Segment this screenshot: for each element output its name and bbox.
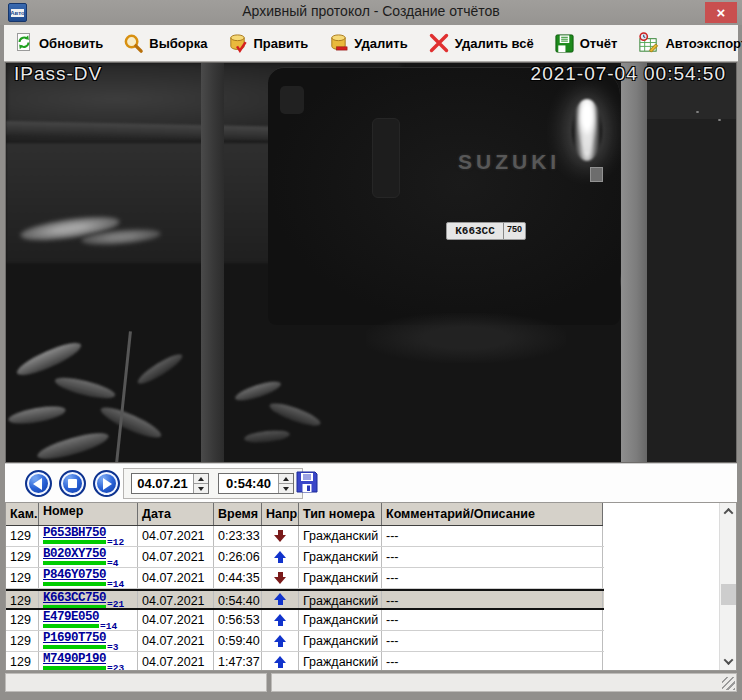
cell-plate: P846Y0750 =14 [39, 568, 138, 588]
table-row[interactable]: 129 M7490P190 =23 04.07.2021 1:47:37 Гра… [6, 652, 604, 670]
direction-arrow-icon [274, 530, 287, 543]
refresh-button[interactable]: Обновить [4, 25, 113, 61]
toolbar: Обновить Выборка Править Удалить [4, 25, 738, 62]
vehicle: SUZUKI К663СС 750 [268, 67, 620, 325]
cell-plate: M7490P190 =23 [39, 652, 138, 670]
stop-button[interactable] [59, 470, 86, 497]
report-button[interactable]: Отчёт [544, 25, 628, 61]
date-spin-down[interactable] [194, 483, 208, 493]
date-spinner[interactable]: 04.07.21 [131, 473, 209, 494]
cell-camera: 129 [6, 526, 39, 546]
column-header-plate[interactable]: Номер [39, 503, 138, 525]
scroll-down-button[interactable] [720, 653, 737, 670]
direction-arrow-icon [274, 656, 287, 669]
plate-pass-count: =21 [107, 599, 124, 608]
table-row[interactable]: 129 E479E050 =14 04.07.2021 0:56:53 Граж… [6, 610, 604, 631]
database-delete-icon [328, 33, 349, 54]
camera-video-frame: SUZUKI К663СС 750 IPass-DV 2021-07-04 00… [5, 62, 737, 463]
table-row[interactable]: 129 P846Y0750 =14 04.07.2021 0:44:35 Гра… [6, 568, 604, 589]
cell-comment: --- [382, 591, 603, 608]
plate-link[interactable]: K663CC750 [43, 592, 106, 604]
cell-camera: 129 [6, 591, 39, 608]
autoexport-button[interactable]: Автоэкспорт [627, 25, 742, 61]
vertical-scrollbar[interactable] [719, 503, 736, 670]
vehicle-brand-text: SUZUKI [458, 150, 560, 174]
cell-date: 04.07.2021 [138, 610, 214, 630]
plate-link[interactable]: P846Y0750 [43, 569, 106, 581]
plate-link[interactable]: P1690T750 [43, 632, 106, 644]
plate-pass-count: =23 [107, 663, 124, 670]
cell-date: 04.07.2021 [138, 652, 214, 670]
plate-pass-count: =14 [107, 579, 124, 588]
resize-grip[interactable] [722, 677, 735, 690]
cell-plate: E479E050 =14 [39, 610, 138, 630]
save-frame-button[interactable] [293, 470, 320, 497]
cell-comment: --- [382, 631, 603, 651]
delete-button[interactable]: Удалить [318, 25, 417, 61]
play-icon [103, 478, 112, 490]
table-body: 129 P653BH750 =12 04.07.2021 0:23:33 Гра… [6, 526, 606, 670]
table-row[interactable]: 129 K663CC750 =21 04.07.2021 0:54:40 Гра… [6, 589, 604, 610]
plate-link[interactable]: B020XY750 [43, 548, 106, 560]
cell-date: 04.07.2021 [138, 631, 214, 651]
step-back-button[interactable] [25, 470, 52, 497]
autoexport-label: Автоэкспорт [665, 36, 742, 51]
direction-arrow-icon [274, 635, 287, 648]
column-header-date[interactable]: Дата [138, 503, 214, 525]
column-header-camera[interactable]: Кам. [6, 503, 39, 525]
table-row[interactable]: 129 P653BH750 =12 04.07.2021 0:23:33 Гра… [6, 526, 604, 547]
app-window: Авто Архивный протокол - Создание отчёто… [0, 0, 742, 700]
stop-icon [68, 479, 77, 488]
back-icon [33, 478, 42, 490]
cell-plate: B020XY750 =4 [39, 547, 138, 567]
cell-camera: 129 [6, 547, 39, 567]
time-spin-down[interactable] [279, 483, 293, 493]
plate-link[interactable]: E479E050 [43, 611, 99, 623]
video-pole-light [621, 63, 647, 463]
video-streetlight-glare [572, 99, 602, 161]
scroll-up-button[interactable] [720, 503, 737, 520]
cell-plate-type: Гражданский [299, 610, 382, 630]
date-value[interactable]: 04.07.21 [132, 474, 193, 493]
cell-direction [262, 591, 299, 608]
time-spin-up[interactable] [279, 474, 293, 483]
column-header-time[interactable]: Время [214, 503, 262, 525]
cell-time: 1:47:37 [214, 652, 262, 670]
play-button[interactable] [93, 470, 120, 497]
edit-button[interactable]: Править [217, 25, 318, 61]
recognition-quality-bar [43, 561, 106, 565]
time-spinner[interactable]: 0:54:40 [218, 473, 294, 494]
title-bar: Авто Архивный протокол - Создание отчёто… [0, 0, 742, 25]
scrollbar-thumb[interactable] [721, 584, 736, 605]
column-header-direction[interactable]: Напр. [262, 503, 299, 525]
delete-all-label: Удалить всё [455, 36, 534, 51]
recognition-quality-bar [43, 645, 106, 649]
close-button[interactable]: × [705, 2, 737, 23]
plate-link[interactable]: M7490P190 [43, 653, 106, 665]
direction-arrow-icon [274, 572, 287, 585]
time-value[interactable]: 0:54:40 [219, 474, 278, 493]
table-row[interactable]: 129 P1690T750 =3 04.07.2021 0:59:40 Граж… [6, 631, 604, 652]
table-row[interactable]: 129 B020XY750 =4 04.07.2021 0:26:06 Граж… [6, 547, 604, 568]
direction-arrow-icon [274, 614, 287, 627]
delete-all-button[interactable]: Удалить всё [418, 25, 544, 61]
report-icon [554, 33, 575, 54]
plate-link[interactable]: P653BH750 [43, 527, 106, 539]
table-header: Кам. Номер Дата Время Напр. Тип номера К… [6, 503, 603, 526]
cell-comment: --- [382, 547, 603, 567]
video-pole-foreground [201, 63, 224, 463]
cell-date: 04.07.2021 [138, 526, 214, 546]
recognition-quality-bar [43, 582, 106, 586]
date-spin-up[interactable] [194, 474, 208, 483]
column-header-type[interactable]: Тип номера [299, 503, 382, 525]
vehicle-tail-lamp [372, 118, 400, 198]
autoexport-icon [637, 32, 660, 55]
recognition-quality-bar [43, 540, 106, 544]
plate-number-text: К663СС [447, 225, 503, 237]
cell-direction [262, 631, 299, 651]
column-header-comment[interactable]: Комментарий/Описание [382, 503, 603, 525]
plate-pass-count: =3 [107, 642, 118, 651]
refresh-label: Обновить [39, 36, 103, 51]
delete-label: Удалить [354, 36, 407, 51]
filter-button[interactable]: Выборка [113, 25, 217, 61]
